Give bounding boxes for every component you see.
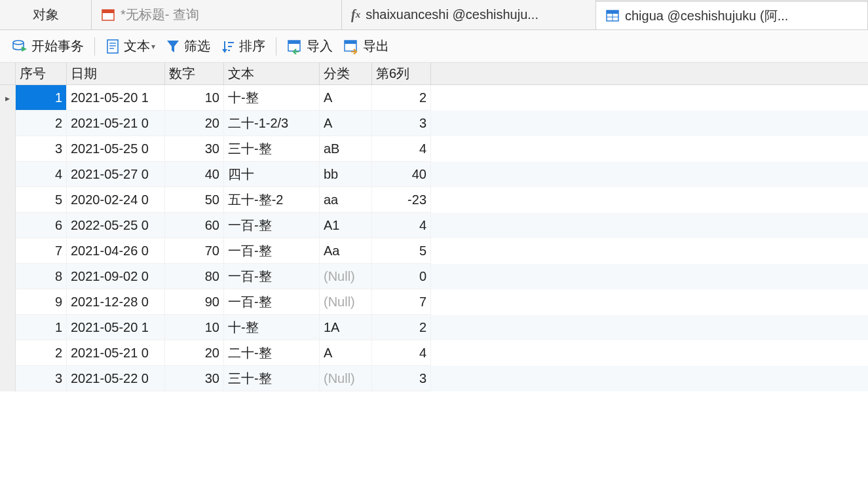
tab-table-chigua[interactable]: chigua @ceshishujuku (阿... [596,0,868,29]
cell-cat[interactable]: A1 [320,213,372,238]
cell-date[interactable]: 2021-05-21 0 [67,111,165,136]
begin-transaction-button[interactable]: 开始事务 [7,35,89,58]
row-handle[interactable] [0,187,16,213]
cell-text[interactable]: 一百-整 [224,238,320,264]
cell-seq[interactable]: 1 [16,315,67,340]
import-button[interactable]: 导入 [282,35,338,58]
cell-text[interactable]: 一百-整 [224,213,320,238]
row-handle[interactable] [0,213,16,238]
cell-num[interactable]: 40 [165,162,224,187]
cell-c6[interactable]: -23 [372,187,431,213]
cell-seq[interactable]: 2 [16,111,67,136]
table-row[interactable]: 82021-09-02 080一百-整(Null)0 [0,264,868,289]
cell-seq[interactable]: 5 [16,187,67,213]
cell-text[interactable]: 三十-整 [224,136,320,162]
row-handle[interactable] [0,238,16,264]
tab-query[interactable]: * 无标题 - 查询 [92,0,342,29]
cell-cat[interactable]: A [320,85,372,111]
cell-c6[interactable]: 3 [372,366,431,391]
cell-c6[interactable]: 4 [372,136,431,162]
cell-num[interactable]: 10 [165,315,224,340]
cell-c6[interactable]: 0 [372,264,431,289]
cell-date[interactable]: 2022-05-25 0 [67,213,165,238]
cell-c6[interactable]: 40 [372,162,431,187]
cell-date[interactable]: 2021-05-21 0 [67,340,165,366]
filter-button[interactable]: 筛选 [160,35,216,58]
column-header-c6[interactable]: 第6列 [372,63,431,84]
cell-text[interactable]: 一百-整 [224,264,320,289]
cell-seq[interactable]: 3 [16,366,67,391]
column-header-cat[interactable]: 分类 [320,63,372,84]
cell-text[interactable]: 十-整 [224,85,320,111]
cell-text[interactable]: 五十-整-2 [224,187,320,213]
table-row[interactable]: ▸12021-05-20 110十-整A2 [0,85,868,111]
export-button[interactable]: 导出 [338,35,394,58]
cell-cat[interactable]: (Null) [320,264,372,289]
cell-seq[interactable]: 8 [16,264,67,289]
cell-date[interactable]: 2021-09-02 0 [67,264,165,289]
cell-cat[interactable]: bb [320,162,372,187]
sort-button[interactable]: 排序 [216,35,271,58]
cell-date[interactable]: 2020-02-24 0 [67,187,165,213]
row-handle[interactable]: ▸ [0,85,16,111]
row-handle[interactable] [0,315,16,340]
column-header-text[interactable]: 文本 [224,63,320,84]
cell-seq[interactable]: 2 [16,340,67,366]
tab-function[interactable]: fx shaixuanceshi @ceshishuju... [342,0,596,29]
cell-c6[interactable]: 2 [372,315,431,340]
cell-cat[interactable]: 1A [320,315,372,340]
cell-seq[interactable]: 7 [16,238,67,264]
cell-text[interactable]: 四十 [224,162,320,187]
row-handle[interactable] [0,111,16,136]
cell-seq[interactable]: 4 [16,162,67,187]
cell-date[interactable]: 2021-04-26 0 [67,238,165,264]
table-row[interactable]: 42021-05-27 040四十bb40 [0,162,868,187]
column-header-date[interactable]: 日期 [67,63,165,84]
row-handle[interactable] [0,136,16,162]
cell-num[interactable]: 20 [165,340,224,366]
cell-c6[interactable]: 4 [372,340,431,366]
cell-c6[interactable]: 3 [372,111,431,136]
cell-c6[interactable]: 2 [372,85,431,111]
cell-num[interactable]: 30 [165,366,224,391]
cell-date[interactable]: 2021-05-27 0 [67,162,165,187]
cell-seq[interactable]: 9 [16,289,67,315]
row-handle[interactable] [0,366,16,391]
tab-objects[interactable]: 对象 [0,0,92,29]
table-row[interactable]: 62022-05-25 060一百-整A14 [0,213,868,238]
row-handle[interactable] [0,264,16,289]
cell-text[interactable]: 二十-1-2/3 [224,111,320,136]
cell-text[interactable]: 一百-整 [224,289,320,315]
table-row[interactable]: 12021-05-20 110十-整1A2 [0,315,868,340]
cell-seq[interactable]: 3 [16,136,67,162]
cell-num[interactable]: 30 [165,136,224,162]
cell-seq[interactable]: 1 [16,85,67,111]
cell-date[interactable]: 2021-05-20 1 [67,315,165,340]
row-handle[interactable] [0,340,16,366]
table-row[interactable]: 32021-05-25 030三十-整aB4 [0,136,868,162]
cell-cat[interactable]: aa [320,187,372,213]
cell-num[interactable]: 60 [165,213,224,238]
row-handle[interactable] [0,289,16,315]
cell-cat[interactable]: Aa [320,238,372,264]
cell-date[interactable]: 2021-05-25 0 [67,136,165,162]
row-handle-header[interactable] [0,63,16,84]
cell-text[interactable]: 三十-整 [224,366,320,391]
cell-date[interactable]: 2021-05-20 1 [67,85,165,111]
table-row[interactable]: 22021-05-21 020二十-整A4 [0,340,868,366]
row-handle[interactable] [0,162,16,187]
table-row[interactable]: 22021-05-21 020二十-1-2/3A3 [0,111,868,136]
table-row[interactable]: 52020-02-24 050五十-整-2aa-23 [0,187,868,213]
text-button[interactable]: 文本 ▾ [100,35,160,58]
column-header-num[interactable]: 数字 [165,63,224,84]
cell-c6[interactable]: 7 [372,289,431,315]
table-row[interactable]: 72021-04-26 070一百-整Aa5 [0,238,868,264]
cell-cat[interactable]: (Null) [320,366,372,391]
cell-seq[interactable]: 6 [16,213,67,238]
cell-date[interactable]: 2021-05-22 0 [67,366,165,391]
cell-c6[interactable]: 4 [372,213,431,238]
cell-cat[interactable]: aB [320,136,372,162]
cell-cat[interactable]: A [320,340,372,366]
cell-num[interactable]: 70 [165,238,224,264]
column-header-seq[interactable]: 序号 [16,63,67,84]
